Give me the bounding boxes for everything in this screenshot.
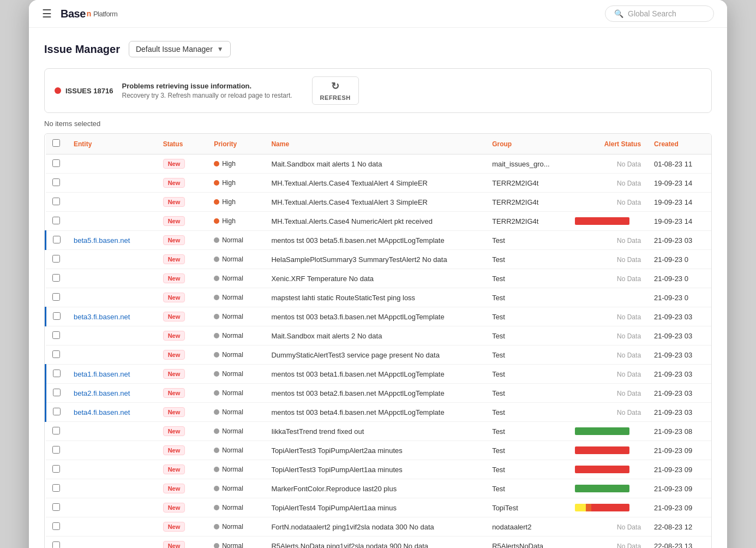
row-checkbox-cell: [46, 365, 68, 384]
row-entity: [67, 288, 157, 307]
issues-banner: ISSUES 18716 Problems retrieving issue i…: [44, 68, 712, 113]
table-row: beta3.fi.basen.netNewNormalmentos tst 00…: [46, 307, 712, 326]
entity-link[interactable]: beta5.fi.basen.net: [74, 236, 130, 245]
priority-normal-icon: [214, 467, 219, 472]
menu-icon[interactable]: ☰: [42, 7, 52, 20]
row-entity[interactable]: beta4.fi.basen.net: [67, 403, 157, 422]
row-checkbox[interactable]: [52, 198, 60, 205]
row-checkbox[interactable]: [53, 236, 61, 243]
priority-normal-icon: [214, 295, 219, 300]
status-badge: New: [163, 216, 185, 226]
row-status: New: [157, 365, 208, 384]
row-entity: [67, 441, 157, 460]
row-checkbox-cell: [46, 269, 68, 288]
row-status: New: [157, 250, 208, 269]
table-row: NewNormalmapstest lahti static RouteStat…: [46, 288, 712, 307]
header-entity[interactable]: Entity: [67, 134, 157, 154]
row-priority: Normal: [207, 326, 265, 346]
header-check[interactable]: [46, 134, 68, 154]
row-checkbox[interactable]: [52, 178, 60, 186]
priority-label: High: [222, 179, 236, 187]
row-priority: Normal: [207, 269, 265, 288]
row-checkbox-cell: [46, 326, 68, 346]
row-checkbox[interactable]: [52, 255, 60, 263]
global-search[interactable]: 🔍 Global Search: [605, 5, 714, 22]
row-entity: [67, 326, 157, 346]
row-checkbox-cell: [46, 193, 68, 212]
row-checkbox[interactable]: [52, 159, 60, 167]
header-status[interactable]: Status: [157, 134, 208, 154]
row-name: Mait.Sandbox mait alerts 1 No data: [265, 154, 485, 174]
manager-dropdown[interactable]: Default Issue Manager ▼: [129, 41, 231, 57]
header-alert-status[interactable]: Alert Status: [568, 134, 647, 154]
row-alert-status: [568, 422, 647, 441]
row-entity: [67, 193, 157, 212]
row-entity[interactable]: beta3.fi.basen.net: [67, 307, 157, 326]
row-checkbox[interactable]: [53, 389, 61, 396]
status-badge: New: [163, 178, 185, 188]
row-entity[interactable]: beta1.fi.basen.net: [67, 365, 157, 384]
logo: BasenPlatform: [61, 8, 117, 20]
row-entity[interactable]: beta5.fi.basen.net: [67, 231, 157, 250]
no-data-label: No Data: [617, 409, 641, 416]
header-priority[interactable]: Priority: [207, 134, 265, 154]
row-checkbox[interactable]: [52, 350, 60, 358]
row-alert-status: No Data: [568, 384, 647, 403]
row-created: 21-09-23 0: [647, 288, 711, 307]
row-alert-status: [568, 460, 647, 479]
alert-bar-red: [575, 466, 629, 473]
select-all-checkbox[interactable]: [52, 139, 60, 147]
row-entity: [67, 479, 157, 498]
status-badge: New: [163, 541, 185, 548]
table-row: NewNormalTopiAlertTest3 TopiPumpAlert2aa…: [46, 441, 712, 460]
table-row: NewNormalMait.Sandbox mait alerts 2 No d…: [46, 326, 712, 346]
row-checkbox[interactable]: [52, 522, 60, 530]
status-badge: New: [163, 503, 185, 513]
row-checkbox[interactable]: [52, 217, 60, 224]
row-checkbox[interactable]: [52, 484, 60, 492]
row-status: New: [157, 154, 208, 174]
row-group: Test: [485, 384, 568, 403]
row-checkbox[interactable]: [52, 331, 60, 339]
row-alert-status: No Data: [568, 517, 647, 537]
row-alert-status: No Data: [568, 250, 647, 269]
row-checkbox[interactable]: [52, 541, 60, 549]
entity-link[interactable]: beta3.fi.basen.net: [74, 313, 130, 321]
row-created: 01-08-23 11: [647, 154, 711, 174]
row-checkbox-cell: [46, 537, 68, 549]
row-checkbox[interactable]: [53, 408, 61, 415]
row-checkbox[interactable]: [52, 503, 60, 511]
priority-normal-icon: [214, 257, 219, 262]
row-alert-status: [568, 479, 647, 498]
alert-bar-green: [575, 485, 629, 492]
table-row: NewNormalDummyStaticAlertTest3 service p…: [46, 346, 712, 365]
row-checkbox[interactable]: [53, 370, 61, 377]
status-badge: New: [163, 445, 185, 455]
table-row: NewNormalR5Alerts.NoData ping1vif2sla no…: [46, 537, 712, 549]
row-priority: Normal: [207, 498, 265, 517]
page-title: Issue Manager: [44, 43, 120, 56]
priority-normal-icon: [214, 237, 219, 243]
row-checkbox[interactable]: [52, 274, 60, 282]
row-checkbox[interactable]: [52, 465, 60, 473]
row-entity[interactable]: beta2.fi.basen.net: [67, 384, 157, 403]
refresh-button[interactable]: ↻ REFRESH: [312, 76, 359, 105]
header-group[interactable]: Group: [485, 134, 568, 154]
row-checkbox[interactable]: [53, 312, 61, 320]
entity-link[interactable]: beta2.fi.basen.net: [74, 389, 130, 397]
header-created[interactable]: Created: [647, 134, 711, 154]
row-checkbox[interactable]: [52, 446, 60, 454]
row-checkbox[interactable]: [52, 427, 60, 434]
row-status: New: [157, 441, 208, 460]
issues-message-sub: Recovery try 3. Refresh manually or relo…: [122, 92, 292, 99]
header-name[interactable]: Name: [265, 134, 485, 154]
page-header: Issue Manager Default Issue Manager ▼: [44, 41, 712, 57]
row-status: New: [157, 403, 208, 422]
row-status: New: [157, 174, 208, 193]
row-alert-status: [568, 288, 647, 307]
entity-link[interactable]: beta4.fi.basen.net: [74, 408, 130, 416]
row-status: New: [157, 231, 208, 250]
entity-link[interactable]: beta1.fi.basen.net: [74, 370, 130, 378]
row-checkbox-cell: [46, 479, 68, 498]
row-checkbox[interactable]: [52, 293, 60, 301]
